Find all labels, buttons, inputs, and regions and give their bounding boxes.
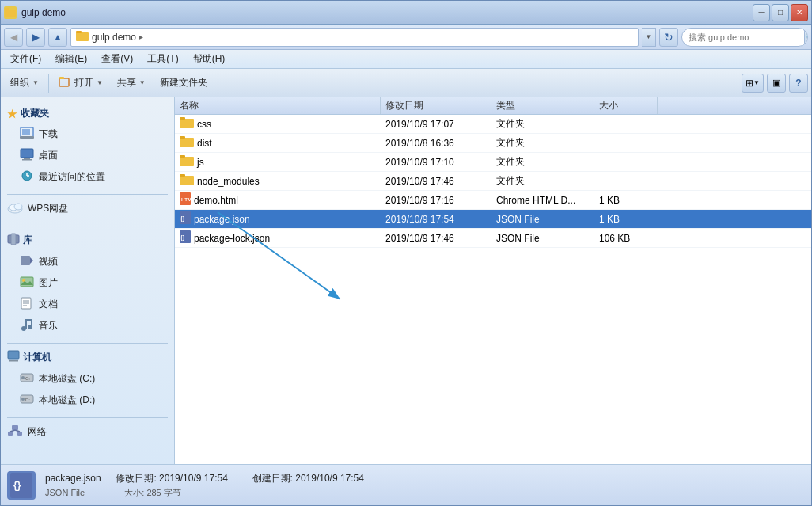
favorites-star-icon: ★	[7, 108, 17, 120]
menu-edit[interactable]: 编辑(E)	[49, 51, 93, 67]
address-bar: ◀ ▶ ▲ gulp demo ▸ ▼ ↻ 🔍	[1, 25, 811, 50]
file-row-js[interactable]: js 2019/10/9 17:10 文件夹	[175, 153, 811, 172]
menu-view[interactable]: 查看(V)	[95, 51, 139, 67]
file-row-demo-html[interactable]: HTM demo.html 2019/10/9 17:16 Chrome HTM…	[175, 191, 811, 210]
help-button[interactable]: ?	[789, 74, 808, 93]
file-list: css 2019/10/9 17:07 文件夹 dist 2019/10/8 1…	[175, 115, 811, 464]
organize-button[interactable]: 组织 ▼	[4, 72, 45, 94]
new-folder-button[interactable]: 新建文件夹	[154, 72, 214, 94]
file-date-package-lock-json: 2019/10/9 17:46	[381, 233, 491, 244]
file-list-header: 名称 修改日期 类型 大小	[175, 97, 811, 115]
wps-label: WPS网盘	[28, 202, 68, 215]
svg-rect-34	[25, 319, 32, 321]
sidebar-item-disk-d[interactable]: D: 本地磁盘 (D:)	[1, 390, 174, 411]
svg-rect-4	[59, 78, 69, 86]
file-type-package-lock-json: JSON File	[491, 233, 594, 244]
file-name-js: js	[175, 155, 381, 169]
music-icon	[20, 318, 34, 333]
svg-text:{}: {}	[180, 234, 185, 241]
file-name-css: css	[175, 117, 381, 131]
maximize-button[interactable]: □	[772, 4, 789, 21]
svg-text:C:: C:	[25, 376, 30, 381]
toolbar: 组织 ▼ 打开 ▼ 共享 ▼ 新建文件夹 ⊞ ▼ ▣	[1, 69, 811, 97]
status-file-icon: {}	[7, 471, 36, 500]
open-button[interactable]: 打开 ▼	[52, 72, 109, 94]
file-row-package-json[interactable]: {} package.json 2019/10/9 17:54 JSON Fil…	[175, 210, 811, 229]
html-file-icon: HTM	[180, 192, 191, 207]
breadcrumb[interactable]: gulp demo ▸	[70, 28, 639, 47]
sidebar-item-recent[interactable]: 最近访问的位置	[1, 166, 174, 188]
computer-header[interactable]: 计算机	[1, 347, 174, 368]
view-dropdown-icon: ▼	[753, 79, 760, 86]
doc-label: 文档	[39, 298, 58, 311]
file-row-css[interactable]: css 2019/10/9 17:07 文件夹	[175, 115, 811, 134]
open-label: 打开	[74, 76, 93, 89]
toolbar-right: ⊞ ▼ ▣ ?	[742, 74, 808, 93]
svg-rect-49	[180, 119, 194, 128]
refresh-button[interactable]: ↻	[659, 28, 678, 47]
share-button[interactable]: 共享 ▼	[111, 72, 152, 94]
col-header-size[interactable]: 大小	[594, 97, 658, 114]
favorites-section: ★ 收藏夹 下载	[1, 104, 174, 188]
video-icon	[20, 254, 34, 269]
download-icon	[20, 127, 34, 142]
svg-marker-22	[30, 257, 33, 264]
minimize-button[interactable]: ─	[753, 4, 770, 21]
breadcrumb-folder-icon	[76, 31, 89, 44]
search-input[interactable]	[682, 32, 804, 42]
svg-rect-8	[20, 136, 34, 139]
svg-rect-9	[21, 149, 33, 158]
sidebar-item-wps[interactable]: WPS网盘	[1, 198, 174, 219]
desktop-icon	[20, 148, 34, 163]
computer-icon	[7, 350, 20, 365]
close-button[interactable]: ✕	[791, 4, 808, 21]
status-filename: package.json	[45, 473, 101, 484]
up-button[interactable]: ▲	[48, 28, 67, 47]
sidebar-item-network[interactable]: 网络	[1, 421, 174, 443]
search-button[interactable]: 🔍	[804, 28, 808, 47]
file-row-node-modules[interactable]: node_modules 2019/10/9 17:46 文件夹	[175, 172, 811, 191]
svg-line-48	[15, 430, 20, 432]
video-label: 视频	[39, 255, 58, 268]
status-size-value: 285 字节	[146, 488, 180, 497]
status-size-label: 大小:	[124, 488, 144, 497]
svg-rect-55	[180, 176, 194, 185]
back-button[interactable]: ◀	[4, 28, 23, 47]
computer-label: 计算机	[23, 351, 51, 364]
svg-rect-50	[180, 117, 185, 120]
organize-arrow-icon: ▼	[32, 79, 39, 86]
preview-pane-button[interactable]: ▣	[767, 74, 786, 93]
sidebar-item-music[interactable]: 音乐	[1, 315, 174, 337]
file-row-dist[interactable]: dist 2019/10/8 16:36 文件夹	[175, 134, 811, 153]
file-date-js: 2019/10/9 17:10	[381, 157, 491, 168]
menu-help[interactable]: 帮助(H)	[187, 51, 232, 67]
forward-button[interactable]: ▶	[26, 28, 45, 47]
svg-rect-11	[22, 159, 32, 161]
title-bar-text: gulp demo	[21, 7, 66, 18]
file-date-node-modules: 2019/10/9 17:46	[381, 176, 491, 187]
col-header-type[interactable]: 类型	[491, 97, 594, 114]
network-section: 网络	[1, 421, 174, 443]
menu-tools[interactable]: 工具(T)	[141, 51, 184, 67]
menu-file[interactable]: 文件(F)	[4, 51, 47, 67]
sidebar-item-download[interactable]: 下载	[1, 124, 174, 145]
sidebar-item-disk-c[interactable]: C: 本地磁盘 (C:)	[1, 368, 174, 390]
favorites-header[interactable]: ★ 收藏夹	[1, 104, 174, 124]
recent-icon	[20, 169, 34, 185]
sidebar-item-image[interactable]: 图片	[1, 272, 174, 294]
address-dropdown-button[interactable]: ▼	[642, 28, 656, 47]
toolbar-separator-1	[48, 74, 49, 93]
sidebar-item-doc[interactable]: 文档	[1, 294, 174, 315]
sidebar-item-desktop[interactable]: 桌面	[1, 145, 174, 166]
library-header[interactable]: 库	[1, 230, 174, 251]
file-name-dist: dist	[175, 136, 381, 150]
col-header-date[interactable]: 修改日期	[381, 97, 491, 114]
status-modified-label: 修改日期:	[116, 473, 156, 484]
svg-point-39	[21, 376, 25, 379]
sidebar-item-video[interactable]: 视频	[1, 251, 174, 272]
file-type-node-modules: 文件夹	[491, 174, 594, 188]
file-date-dist: 2019/10/8 16:36	[381, 138, 491, 149]
file-row-package-lock-json[interactable]: {} package-lock.json 2019/10/9 17:46 JSO…	[175, 229, 811, 248]
view-toggle-button[interactable]: ⊞ ▼	[742, 74, 764, 93]
col-header-name[interactable]: 名称	[175, 97, 381, 114]
